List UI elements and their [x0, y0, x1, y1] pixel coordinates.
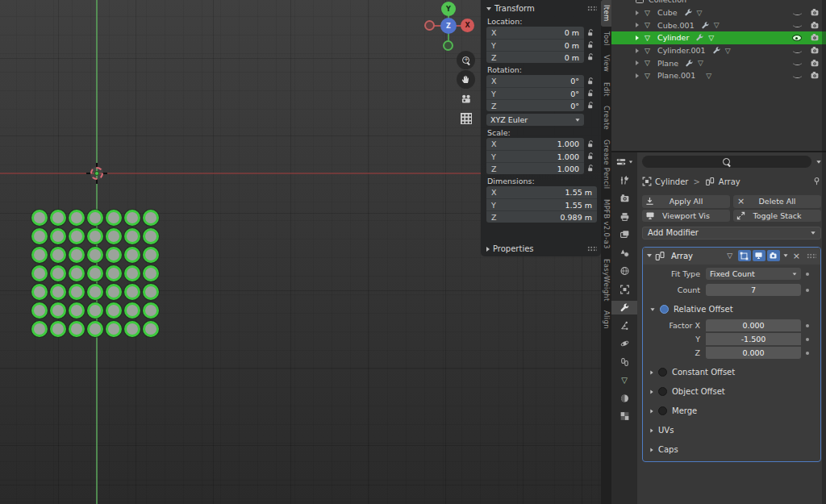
gizmo-axis-z[interactable]: Z: [440, 18, 457, 34]
visibility-eye-icon[interactable]: [793, 60, 802, 65]
tab-tool[interactable]: [611, 173, 637, 187]
viewport-display-toggle[interactable]: [753, 250, 766, 261]
render-camera-icon[interactable]: [810, 59, 820, 68]
gizmo-axis-neg-y[interactable]: [443, 40, 453, 51]
pin-icon[interactable]: [812, 177, 821, 186]
transform-field[interactable]: X1.000: [486, 138, 584, 150]
unlock-icon[interactable]: [586, 101, 594, 110]
sidebar-tab-edit[interactable]: Edit: [601, 77, 611, 102]
expand-arrow-icon[interactable]: [636, 60, 639, 65]
animate-dot[interactable]: [806, 324, 809, 327]
expand-arrow-icon[interactable]: [636, 48, 639, 53]
animate-dot[interactable]: [806, 352, 809, 355]
sidebar-tab-grease-pencil[interactable]: Grease Pencil: [601, 135, 611, 194]
outliner-row[interactable]: ▽ Plane ▽: [611, 56, 826, 69]
breadcrumb-modifier[interactable]: Array: [719, 177, 740, 186]
tab-object[interactable]: [611, 282, 637, 296]
visibility-eye-icon[interactable]: [793, 23, 802, 27]
subpanel-object-offset[interactable]: Object Offset: [643, 385, 820, 398]
transform-field[interactable]: Y1.55 m: [486, 198, 597, 210]
tab-output[interactable]: [611, 210, 637, 223]
outliner-row[interactable]: ▽ Cylinder.001 ▽: [611, 44, 826, 57]
render-camera-icon[interactable]: [810, 33, 820, 42]
outliner-row[interactable]: ▽ Cube.001 ▽: [611, 19, 826, 31]
tab-particles[interactable]: [611, 319, 637, 332]
rotation-mode-dropdown[interactable]: XYZ Euler: [486, 114, 584, 126]
tab-texture[interactable]: [611, 410, 637, 423]
transform-field[interactable]: Z0 m: [486, 51, 584, 63]
expand-chevron-icon[interactable]: [486, 247, 490, 252]
header-menu-chevron-icon[interactable]: [816, 160, 820, 164]
tab-physics[interactable]: [611, 337, 637, 351]
expand-arrow-icon[interactable]: [636, 10, 639, 15]
animate-dot[interactable]: [806, 338, 809, 341]
drag-grip-icon[interactable]: [587, 6, 597, 11]
render-camera-icon[interactable]: [810, 71, 820, 80]
subpanel-checkbox[interactable]: [658, 387, 667, 396]
expand-arrow-icon[interactable]: [636, 23, 639, 27]
transform-field[interactable]: X1.55 m: [486, 186, 597, 198]
modifier-name-field[interactable]: Array: [671, 252, 693, 260]
tab-material[interactable]: [611, 391, 637, 405]
ortho-toggle-button[interactable]: [457, 109, 475, 127]
transform-field[interactable]: Z1.000: [486, 162, 584, 174]
factor-field[interactable]: 0.000: [706, 319, 801, 331]
modifier-close-button[interactable]: ×: [793, 251, 800, 261]
tab-constraints[interactable]: [611, 355, 637, 369]
apply-all-button[interactable]: Apply All: [642, 195, 730, 208]
toggle-stack-button[interactable]: Toggle Stack: [733, 210, 821, 223]
unlock-icon[interactable]: [586, 52, 594, 61]
subpanel-caps[interactable]: Caps: [643, 444, 820, 456]
subpanel-constant-offset[interactable]: Constant Offset: [643, 366, 820, 379]
sidebar-tab-tool[interactable]: Tool: [601, 27, 611, 51]
unlock-icon[interactable]: [586, 89, 594, 98]
drag-grip-icon[interactable]: [807, 253, 816, 259]
count-field[interactable]: 7: [706, 284, 801, 296]
transform-field[interactable]: Y0 m: [486, 39, 584, 51]
camera-view-button[interactable]: [457, 90, 475, 108]
transform-field[interactable]: Y1.000: [486, 150, 584, 162]
transform-field[interactable]: Z0.989 m: [486, 210, 597, 223]
breadcrumb-object[interactable]: Cylinder: [655, 177, 688, 186]
viewport-vis-button[interactable]: Viewport Vis: [642, 210, 730, 223]
tab-render[interactable]: [611, 192, 637, 206]
zoom-button[interactable]: +: [457, 51, 475, 69]
transform-panel-header[interactable]: Transform: [486, 2, 597, 15]
navigation-gizmo[interactable]: Y Z X: [421, 0, 478, 55]
render-display-toggle[interactable]: [767, 250, 780, 261]
on-cage-toggle[interactable]: ▽: [724, 250, 736, 261]
collapse-chevron-icon[interactable]: [647, 254, 652, 257]
outliner-row[interactable]: ▽ Cylinder ▽: [611, 31, 826, 44]
sidebar-tab-align[interactable]: Align: [601, 306, 611, 334]
gizmo-axis-neg-x[interactable]: [424, 20, 435, 31]
factor-field[interactable]: -1.500: [706, 333, 801, 345]
expand-arrow-icon[interactable]: [636, 35, 639, 40]
transform-field[interactable]: X0°: [486, 75, 584, 87]
editor-type-button[interactable]: [613, 154, 636, 170]
sidebar-tab-create[interactable]: Create: [601, 101, 611, 135]
sidebar-tab-view[interactable]: View: [601, 50, 611, 77]
subpanel-checkbox[interactable]: [658, 406, 667, 415]
pan-button[interactable]: [457, 70, 475, 89]
unlock-icon[interactable]: [586, 140, 594, 148]
edit-mode-display-toggle[interactable]: [738, 250, 751, 261]
subpanel-merge[interactable]: Merge: [643, 405, 820, 418]
subpanel-uvs[interactable]: UVs: [643, 424, 820, 437]
add-modifier-dropdown[interactable]: Add Modifier: [642, 227, 821, 240]
animate-dot[interactable]: [806, 273, 809, 276]
relative-offset-header[interactable]: Relative Offset: [643, 303, 820, 316]
gizmo-axis-y[interactable]: Y: [441, 2, 456, 16]
visibility-eye-icon[interactable]: [793, 10, 802, 15]
unlock-icon[interactable]: [586, 152, 594, 160]
outliner-row[interactable]: ▽ Cube ▽: [611, 6, 826, 19]
delete-all-button[interactable]: × Delete All: [733, 195, 821, 208]
tab-scene[interactable]: [611, 246, 637, 260]
factor-field[interactable]: 0.000: [706, 347, 801, 359]
fit-type-dropdown[interactable]: Fixed Count: [706, 268, 801, 280]
transform-field[interactable]: Y0°: [486, 87, 584, 99]
collapse-chevron-icon[interactable]: [486, 7, 491, 10]
outliner-row-collection[interactable]: Collection: [611, 0, 826, 6]
sidebar-tab-mpfb-v2-0-a3[interactable]: MPFB v2.0-a3: [601, 194, 611, 254]
tab-modifiers[interactable]: [611, 301, 637, 314]
render-camera-icon[interactable]: [810, 46, 820, 55]
